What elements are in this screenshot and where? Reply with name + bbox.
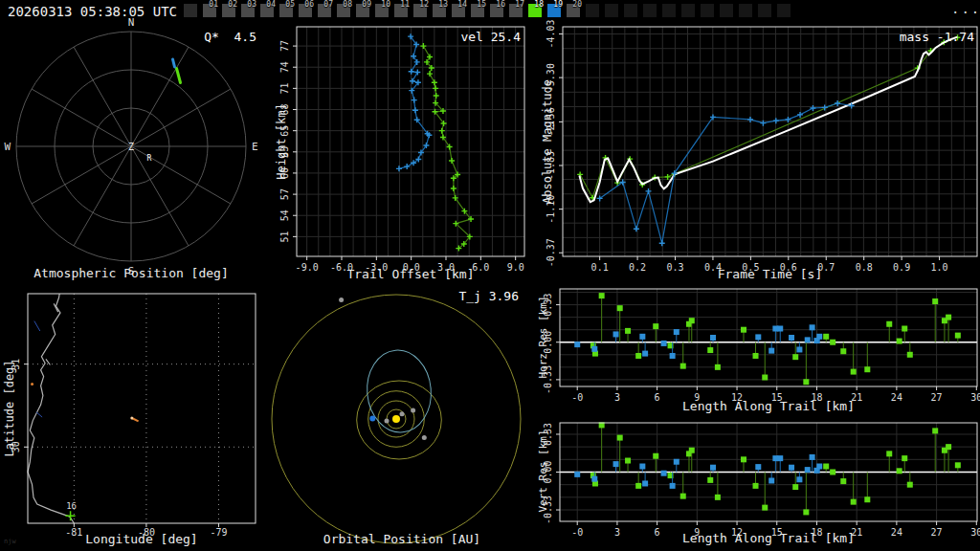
app-screen: 0102030405060708091011121314151617181920…: [0, 0, 980, 551]
svg-text:77: 77: [279, 40, 290, 52]
vert-trail-xlabel: Length Along Trail [km]: [560, 531, 977, 545]
horz-res-ylabel: Horz Res [km]: [537, 276, 549, 400]
light-curve-plot: 0.10.20.30.40.50.60.70.80.91.0-4.03-3.30…: [546, 19, 977, 273]
velocity-value: vel 25.4: [402, 30, 521, 44]
longitude-xlabel: Longitude [deg]: [28, 532, 256, 546]
orbital-position-xlabel: Orbital Position [AU]: [273, 532, 531, 546]
mass-value: mass -1.74: [833, 30, 974, 44]
svg-text:R: R: [147, 154, 152, 163]
tisserand-value: T_j 3.96: [402, 289, 519, 303]
svg-text:51: 51: [279, 231, 290, 242]
svg-text:-4.03: -4.03: [546, 19, 556, 48]
atmospheric-xlabel: Atmospheric Position [deg]: [10, 266, 253, 280]
planet-dot: [385, 419, 390, 424]
trail-offset-xlabel: Trail Offset [km]: [297, 267, 524, 281]
planet-dot: [400, 411, 405, 416]
svg-text:E: E: [252, 141, 258, 153]
svg-text:W: W: [4, 141, 11, 153]
svg-text:74: 74: [279, 61, 290, 73]
orbital-position-plot: [272, 295, 521, 543]
trail-offset-plot: -9.0-6.0-3.00.03.06.09.07774716865636057…: [279, 27, 524, 273]
frame-time-xlabel: Frame Time [s]: [563, 267, 977, 281]
planet-dot: [339, 298, 344, 302]
planet-dot: [411, 408, 415, 413]
latitude-ylabel: Latitude [deg]: [3, 346, 16, 471]
svg-text:54: 54: [279, 209, 290, 221]
svg-text:Z: Z: [128, 142, 134, 152]
svg-text:16: 16: [66, 501, 77, 511]
planet-dot: [422, 435, 427, 440]
vert-res-ylabel: Vert Res [km]: [537, 409, 549, 534]
atmospheric-position-plot: NSEWZR: [4, 16, 257, 277]
svg-text:-0.37: -0.37: [546, 238, 556, 267]
ground-map-plot: 16-81-80-793130: [11, 294, 256, 538]
watermark: njw: [4, 538, 16, 545]
sun-dot: [392, 415, 400, 423]
magnitude-ylabel: Absolute Magnitude: [541, 60, 554, 223]
height-ylabel: Height [km]: [275, 84, 288, 199]
earth-dot: [369, 415, 375, 421]
horz-trail-xlabel: Length Along Trail [km]: [560, 399, 977, 413]
vert-residuals-plot: -0369121518212427300.330.00-0.33: [543, 422, 980, 538]
q-value: Q* 4.5: [134, 30, 256, 44]
horz-residuals-plot: -0369121518212427300.330.00-0.33: [543, 289, 980, 403]
svg-text:N: N: [128, 16, 135, 29]
